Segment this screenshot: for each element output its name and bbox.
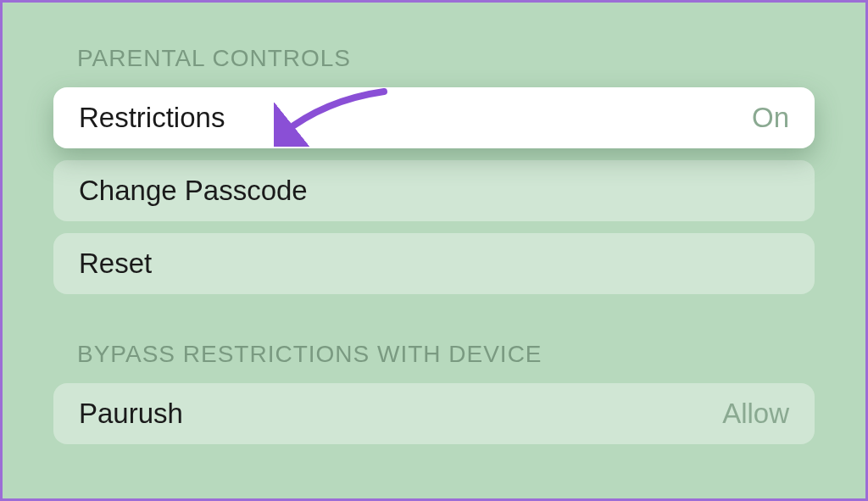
row-device-value: Allow xyxy=(722,398,789,430)
row-restrictions-label: Restrictions xyxy=(79,102,225,134)
row-change-passcode-label: Change Passcode xyxy=(79,175,308,207)
settings-panel: PARENTAL CONTROLS Restrictions On Change… xyxy=(3,3,865,444)
row-group-parental: Restrictions On Change Passcode Reset xyxy=(53,87,815,294)
section-header-parental: PARENTAL CONTROLS xyxy=(77,45,815,72)
row-group-bypass: Paurush Allow xyxy=(53,383,815,444)
row-restrictions-value: On xyxy=(752,102,789,134)
section-header-bypass: BYPASS RESTRICTIONS WITH DEVICE xyxy=(77,341,815,368)
row-device-bypass[interactable]: Paurush Allow xyxy=(53,383,815,444)
section-parental-controls: PARENTAL CONTROLS Restrictions On Change… xyxy=(53,45,815,294)
row-reset-label: Reset xyxy=(79,248,152,280)
row-restrictions[interactable]: Restrictions On xyxy=(53,87,815,148)
row-change-passcode[interactable]: Change Passcode xyxy=(53,160,815,221)
section-bypass: BYPASS RESTRICTIONS WITH DEVICE Paurush … xyxy=(53,341,815,444)
row-device-label: Paurush xyxy=(79,398,183,430)
row-reset[interactable]: Reset xyxy=(53,233,815,294)
